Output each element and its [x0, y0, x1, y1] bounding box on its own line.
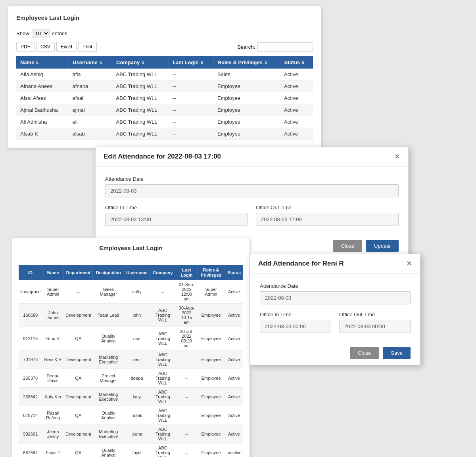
search-row: Search: [237, 42, 313, 52]
toolbar-row: PDF CSV Excel Print Search: [16, 42, 313, 52]
ext-col-roles: Roles & Privileges [197, 265, 225, 280]
btn-excel[interactable]: Excel [56, 42, 77, 52]
table-row: Alsab KalsabABC Trading WLL--EmployeeAct… [16, 128, 313, 140]
col-roles: Roles & Privileges⇅ [213, 56, 280, 69]
modal-edit-close-button[interactable]: Close [333, 240, 362, 252]
modal-edit-header: Edit Attendance for 2022-08-03 17:00 ✕ [96, 147, 408, 166]
time-row: Office In Time Office Out Time [105, 205, 399, 226]
table-row: 667584Fayiz FQAQuality AnalystfayizABC T… [19, 444, 243, 457]
export-buttons: PDF CSV Excel Print [16, 42, 97, 52]
modal-add-title: Add Attendance for Reni R [258, 260, 344, 268]
office-in-label: Office In Time [105, 205, 248, 210]
panel-employees-login: Employees Last Login Show 10 25 50 entri… [8, 6, 321, 148]
ext-col-id: ID [19, 265, 42, 280]
add-office-in-input[interactable] [260, 320, 331, 333]
col-status: Status⇅ [280, 56, 313, 69]
office-in-input[interactable] [105, 213, 248, 226]
btn-print[interactable]: Print [78, 42, 97, 52]
table-row: 160689John JamesDevelopmentTeam Leadjohn… [19, 304, 243, 327]
panel1-title: Employees Last Login [16, 14, 313, 21]
table-row: 701973Reni K RDevelopmentMarketing Execu… [19, 350, 243, 369]
table-row: Ajmal BadhushaajmalABC Trading WLL--Empl… [16, 104, 313, 116]
ext-col-lastlogin: Last Login [176, 265, 197, 280]
table-row: 992661Jeena JennyDevelopmentMarketing Ex… [19, 425, 243, 444]
ext-col-desig: Designation [93, 265, 124, 280]
add-attendance-date-group: Attendance Date [260, 283, 411, 304]
modal-edit-close-icon[interactable]: ✕ [394, 153, 400, 160]
ext-col-username: Username [124, 265, 150, 280]
col-company: Company⇅ [112, 56, 169, 69]
modal-add-footer: Close Save [250, 341, 420, 365]
search-label: Search: [237, 44, 255, 50]
modal-add-close-button[interactable]: Close [350, 347, 379, 359]
ext-col-company: Company [150, 265, 176, 280]
add-attendance-date-label: Attendance Date [260, 283, 411, 289]
ext-col-status: Status [225, 265, 243, 280]
show-label: Show [16, 31, 29, 36]
modal-add-save-button[interactable]: Save [383, 347, 411, 359]
modal-add-attendance: Add Attendance for Reni R ✕ Attendance D… [250, 254, 420, 365]
table-row: 265378Deepa DavisQAProject ManagerdeepaA… [19, 369, 243, 388]
office-out-label: Office Out Time [256, 205, 399, 210]
attendance-date-input[interactable] [105, 184, 399, 197]
table-row: 078714Razak RafeeqQAQuality Analystrazak… [19, 406, 243, 425]
office-out-group: Office Out Time [256, 205, 399, 226]
ext-col-dept: Department [64, 265, 93, 280]
panel-extended-table: Employees Last Login ID Name Department … [12, 238, 250, 457]
entries-label: entries [52, 31, 67, 36]
table-row: Afnana AneesafnanaABC Trading WLL--Emplo… [16, 80, 313, 92]
btn-pdf[interactable]: PDF [16, 42, 35, 52]
add-attendance-date-input[interactable] [260, 291, 411, 304]
add-office-in-group: Office In Time [260, 312, 331, 333]
table-row: 233642Katy KerDevelopmentMarketing Execu… [19, 388, 243, 406]
col-name: Name⇅ [16, 56, 69, 69]
entries-select[interactable]: 10 25 50 [32, 29, 50, 38]
add-time-row: Office In Time Office Out Time [260, 312, 411, 333]
table-row: 912116Rinu RQAQuality AnalystrinuABC Tra… [19, 327, 243, 350]
search-input[interactable] [257, 42, 313, 52]
btn-csv[interactable]: CSV [36, 42, 55, 52]
table-row: fionagraceSuper Admin--Sales Managerarti… [19, 280, 243, 304]
add-office-in-label: Office In Time [260, 312, 331, 317]
show-entries-row: Show 10 25 50 entries [16, 29, 313, 38]
attendance-date-group: Attendance Date [105, 176, 399, 197]
modal-edit-update-button[interactable]: Update [366, 240, 399, 252]
modal-add-close-icon[interactable]: ✕ [406, 260, 412, 267]
col-lastlogin: Last Login⇅ [169, 56, 213, 69]
add-office-out-label: Office Out Time [339, 312, 411, 317]
table-row: Afsal AfeezafsalABC Trading WLL--Employe… [16, 92, 313, 104]
modal-add-header: Add Attendance for Reni R ✕ [250, 254, 420, 273]
extended-table: ID Name Department Designation Username … [19, 265, 243, 457]
modal-edit-title: Edit Attendance for 2022-08-03 17:00 [104, 153, 221, 161]
modal-add-body: Attendance Date Office In Time Office Ou… [250, 273, 420, 341]
office-in-group: Office In Time [105, 205, 248, 226]
attendance-date-label: Attendance Date [105, 176, 399, 182]
add-office-out-input[interactable] [339, 320, 411, 333]
office-out-input[interactable] [256, 213, 399, 226]
table-row: Ali AdhilshaaliABC Trading WLL--Employee… [16, 116, 313, 128]
panel2-title: Employees Last Login [19, 245, 243, 251]
table-row: Afla AshiqaflaABC Trading WLL--SalesActi… [16, 69, 313, 80]
add-office-out-group: Office Out Time [339, 312, 411, 333]
ext-col-name: Name [42, 265, 64, 280]
employees-login-table: Name⇅ Username⇅ Company⇅ Last Login⇅ Rol… [16, 56, 313, 140]
modal-edit-body: Attendance Date Office In Time Office Ou… [96, 166, 408, 234]
col-username: Username⇅ [69, 56, 112, 69]
